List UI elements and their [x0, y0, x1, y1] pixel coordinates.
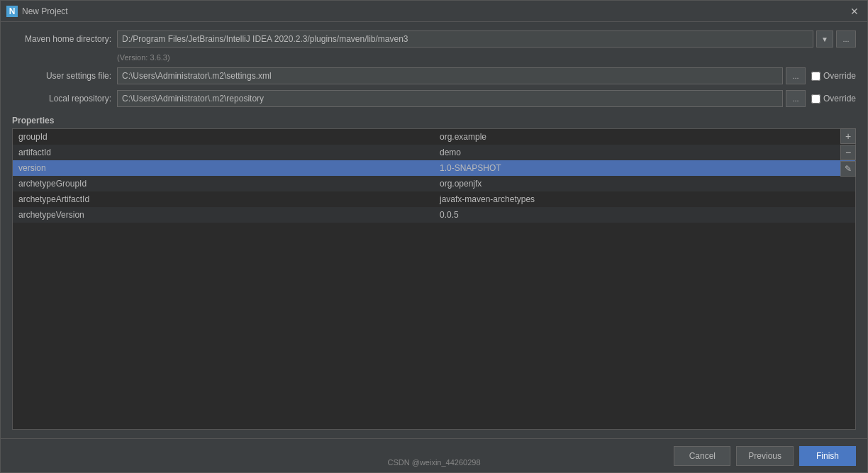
- user-settings-override-label: Override: [823, 71, 856, 81]
- table-row[interactable]: archetypeArtifactIdjavafx-maven-archetyp…: [13, 191, 855, 207]
- maven-home-row: Maven home directory: ▼ ...: [12, 30, 856, 48]
- app-icon: N: [6, 6, 18, 17]
- properties-section: Properties groupIdorg.exampleartifactIdd…: [12, 116, 856, 430]
- table-row[interactable]: groupIdorg.example: [13, 129, 855, 145]
- table-row[interactable]: artifactIddemo: [13, 145, 855, 160]
- user-settings-override-checkbox[interactable]: [811, 72, 820, 81]
- maven-home-input-wrap: ▼ ...: [117, 30, 856, 48]
- local-repo-override-label: Override: [823, 94, 856, 104]
- dialog-content: Maven home directory: ▼ ... (Version: 3.…: [1, 22, 867, 438]
- cancel-button[interactable]: Cancel: [674, 446, 730, 466]
- local-repo-row: Local repository: ... Override: [12, 90, 856, 107]
- property-name: archetypeVersion: [13, 207, 434, 223]
- dialog-footer: Cancel Previous Finish: [1, 438, 867, 472]
- table-row[interactable]: version1.0-SNAPSHOT: [13, 160, 855, 176]
- property-value: demo: [434, 145, 855, 160]
- maven-version: (Version: 3.6.3): [117, 53, 856, 62]
- table-actions: + − ✎: [840, 128, 856, 177]
- local-repo-input[interactable]: [117, 90, 783, 107]
- properties-title: Properties: [12, 116, 856, 126]
- property-value: javafx-maven-archetypes: [434, 191, 855, 207]
- maven-home-input[interactable]: [117, 30, 813, 48]
- user-settings-override-row: Override: [811, 71, 856, 81]
- previous-button[interactable]: Previous: [736, 446, 794, 466]
- edit-property-btn[interactable]: ✎: [840, 161, 856, 177]
- property-value: org.openjfx: [434, 176, 855, 191]
- title-bar-left: N New Project: [6, 6, 68, 17]
- property-name: version: [13, 160, 434, 176]
- local-repo-input-wrap: ...: [117, 90, 806, 107]
- properties-table-wrap: groupIdorg.exampleartifactIddemoversion1…: [12, 128, 856, 430]
- local-repo-browse-btn[interactable]: ...: [786, 90, 806, 107]
- property-value: 0.0.5: [434, 207, 855, 223]
- local-repo-label: Local repository:: [12, 94, 111, 104]
- finish-button[interactable]: Finish: [799, 446, 856, 466]
- property-name: artifactId: [13, 145, 434, 160]
- user-settings-input[interactable]: [117, 67, 783, 84]
- properties-table: groupIdorg.exampleartifactIddemoversion1…: [13, 129, 855, 223]
- table-row[interactable]: archetypeVersion0.0.5: [13, 207, 855, 223]
- title-bar: N New Project ✕: [1, 1, 867, 22]
- property-name: groupId: [13, 129, 434, 145]
- table-row[interactable]: archetypeGroupIdorg.openjfx: [13, 176, 855, 191]
- property-name: archetypeArtifactId: [13, 191, 434, 207]
- user-settings-row: User settings file: ... Override: [12, 67, 856, 84]
- new-project-dialog: N New Project ✕ Maven home directory: ▼ …: [0, 0, 868, 473]
- property-name: archetypeGroupId: [13, 176, 434, 191]
- add-property-btn[interactable]: +: [840, 128, 856, 144]
- maven-home-browse-btn[interactable]: ...: [836, 30, 856, 48]
- maven-home-label: Maven home directory:: [12, 34, 111, 44]
- close-button[interactable]: ✕: [847, 4, 862, 18]
- remove-property-btn[interactable]: −: [840, 145, 856, 160]
- user-settings-label: User settings file:: [12, 71, 111, 81]
- property-value: 1.0-SNAPSHOT: [434, 160, 855, 176]
- user-settings-browse-btn[interactable]: ...: [786, 67, 806, 84]
- property-value: org.example: [434, 129, 855, 145]
- user-settings-input-wrap: ...: [117, 67, 806, 84]
- maven-home-dropdown-btn[interactable]: ▼: [816, 30, 833, 48]
- local-repo-override-row: Override: [811, 94, 856, 104]
- local-repo-override-checkbox[interactable]: [811, 94, 820, 104]
- window-title: New Project: [22, 6, 68, 16]
